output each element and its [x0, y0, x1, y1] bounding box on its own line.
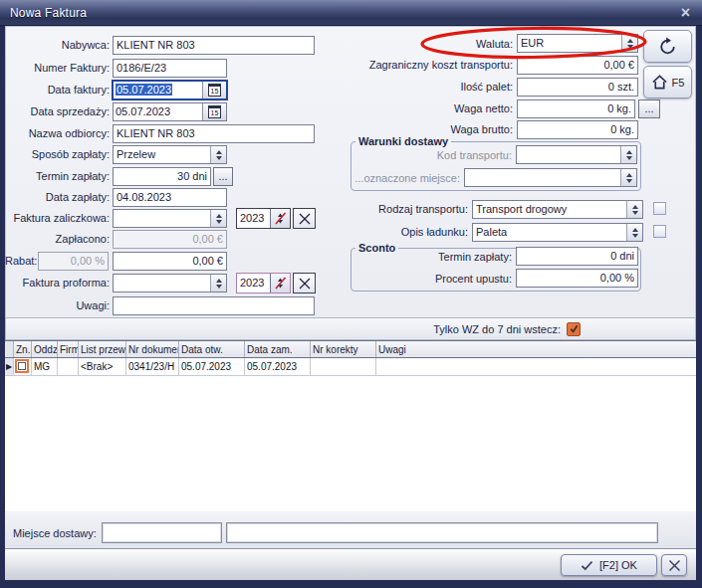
koszt-transportu-label: Zagraniczny koszt transportu:: [339, 56, 513, 75]
rabat-amount-input[interactable]: 0,00 €: [113, 252, 227, 271]
rodzaj-transportu-select[interactable]: Transport drogowy: [472, 200, 643, 219]
data-faktury-label: Data faktury:: [5, 81, 110, 99]
data-sprzedazy-label: Data sprzedaży:: [5, 102, 110, 121]
cancel-button[interactable]: [661, 554, 687, 576]
refresh-button[interactable]: [643, 30, 692, 63]
window-title: Nowa Faktura: [10, 6, 87, 20]
nazwa-odbiorcy-label: Nazwa odbiorcy:: [5, 124, 110, 143]
spinner-icon[interactable]: [626, 201, 642, 218]
year-arrows-icon[interactable]: [270, 274, 290, 293]
calendar-button[interactable]: 15: [202, 82, 226, 98]
col-list-przew[interactable]: List przew.: [79, 341, 126, 357]
miejsce-dostawy-address-input[interactable]: [226, 522, 658, 543]
cell-data-zam: 05.07.2023: [245, 358, 311, 375]
faktura-proforma-select[interactable]: [113, 274, 227, 293]
faktura-zaliczkowa-select[interactable]: [113, 209, 227, 228]
data-faktury-input[interactable]: 05.07.2023 15: [112, 80, 228, 100]
row-zn-checkbox[interactable]: [15, 359, 29, 373]
col-firma[interactable]: Firma: [58, 341, 79, 357]
ilosc-palet-label: Ilość palet:: [339, 78, 513, 97]
proforma-clear-icon[interactable]: [293, 273, 316, 294]
oznaczone-miejsce-select[interactable]: [464, 168, 637, 187]
miejsce-dostawy-code-input[interactable]: [102, 522, 222, 543]
termin-zaplaty-label: Termin zapłaty:: [5, 167, 110, 186]
kod-transportu-select[interactable]: [516, 145, 637, 164]
cell-list-przew: <Brak>: [79, 358, 126, 375]
data-sprzedazy-value: 05.07.2023: [114, 103, 202, 120]
opis-ladunku-label: Opis ładunku:: [354, 223, 468, 242]
calendar-icon: 15: [208, 84, 221, 97]
marker-column-header: [5, 341, 14, 357]
termin-more-button[interactable]: ...: [213, 167, 233, 186]
col-data-zam[interactable]: Data zam.: [245, 341, 311, 357]
nabywca-input[interactable]: KLIENT NR 803: [113, 36, 315, 55]
f5-label: F5: [672, 77, 685, 89]
rabat-percent-input: 0,00 %: [38, 252, 109, 271]
wz-filter-checkbox[interactable]: [567, 322, 581, 336]
footer-panel: Miejsce dostawy:: [5, 510, 696, 548]
home-f5-button[interactable]: F5: [643, 66, 692, 98]
col-zn[interactable]: Zn.: [14, 341, 32, 357]
data-zaplaty-input[interactable]: 04.08.2023: [113, 188, 227, 207]
row-marker-icon: ▶: [5, 358, 14, 375]
spinner-icon[interactable]: [210, 146, 226, 163]
waga-netto-input[interactable]: 0 kg.: [517, 99, 635, 118]
ok-button[interactable]: [F2] OK: [561, 554, 657, 576]
col-data-otw[interactable]: Data otw.: [179, 341, 245, 357]
calendar-button[interactable]: 15: [202, 103, 226, 120]
opis-ladunku-checkbox[interactable]: [653, 225, 666, 238]
uwagi-input[interactable]: [113, 296, 315, 315]
miejsce-dostawy-label: Miejsce dostawy:: [13, 524, 101, 543]
close-icon: [668, 559, 681, 572]
waga-netto-label: Waga netto:: [339, 99, 513, 118]
proforma-year-input[interactable]: 2023: [236, 273, 291, 294]
cell-data-otw: 05.07.2023: [179, 358, 245, 375]
procent-upustu-label: Procent upustu:: [378, 270, 512, 289]
sposob-zaplaty-select[interactable]: Przelew: [113, 145, 227, 164]
wz-filter-label: Tylko WZ do 7 dni wstecz:: [433, 323, 561, 335]
check-icon: [581, 560, 593, 571]
col-nr-korekty[interactable]: Nr korekty: [311, 341, 376, 357]
kod-transportu-label: Kod transportu:: [378, 146, 512, 165]
spinner-icon[interactable]: [626, 224, 642, 241]
wz-table: Zn. Oddz. Firma List przew. Nr dokumentu…: [5, 340, 696, 510]
sconto-termin-input[interactable]: 0 dni: [516, 247, 638, 266]
rodzaj-transportu-checkbox[interactable]: [653, 202, 666, 215]
uwagi-label: Uwagi:: [5, 296, 110, 315]
nazwa-odbiorcy-input[interactable]: KLIENT NR 803: [113, 124, 315, 143]
ilosc-palet-input[interactable]: 0 szt.: [517, 78, 638, 97]
col-oddz[interactable]: Oddz.: [32, 341, 58, 357]
selected-date-text: 05.07.2023: [116, 84, 172, 96]
table-row[interactable]: ▶ MG <Brak> 0341/23/H 05.07.2023 05.07.2…: [5, 358, 696, 376]
close-icon[interactable]: ×: [681, 3, 690, 23]
spinner-icon[interactable]: [620, 146, 636, 163]
col-nr-dokumentu[interactable]: Nr dokumentu: [126, 341, 179, 357]
nowa-faktura-dialog: Nowa Faktura × Nabywca: KLIENT NR 803 Nu…: [0, 0, 702, 588]
waluta-select[interactable]: EUR: [517, 34, 638, 53]
zaplacono-input: 0,00 €: [113, 230, 227, 249]
cell-nr-dokumentu: 0341/23/H: [126, 358, 179, 375]
koszt-transportu-input[interactable]: 0,00 €: [517, 56, 638, 75]
zaliczkowa-clear-icon[interactable]: [293, 208, 316, 229]
year-arrows-icon[interactable]: [270, 209, 290, 228]
calendar-icon: 15: [208, 105, 221, 118]
spinner-icon[interactable]: [210, 210, 226, 227]
procent-upustu-input[interactable]: 0,00 %: [516, 269, 638, 288]
col-uwagi[interactable]: Uwagi: [376, 341, 696, 357]
spinner-icon[interactable]: [621, 35, 637, 52]
spinner-icon[interactable]: [210, 275, 226, 292]
wz-table-header: Zn. Oddz. Firma List przew. Nr dokumentu…: [5, 341, 696, 358]
rodzaj-transportu-label: Rodzaj transportu:: [354, 200, 468, 219]
data-sprzedazy-input[interactable]: 05.07.2023 15: [113, 102, 227, 121]
wz-filter-bar: Tylko WZ do 7 dni wstecz:: [5, 317, 696, 340]
cell-nr-korekty: [311, 358, 376, 375]
opis-ladunku-select[interactable]: Paleta: [472, 223, 643, 242]
numer-faktury-input[interactable]: 0186/E/23: [113, 59, 227, 78]
spinner-icon[interactable]: [620, 169, 636, 186]
waga-netto-more-button[interactable]: ...: [638, 99, 660, 118]
titlebar: Nowa Faktura ×: [0, 0, 702, 26]
check-icon: [569, 323, 580, 334]
zaliczkowa-year-input[interactable]: 2023: [236, 208, 291, 229]
termin-zaplaty-input[interactable]: 30 dni: [113, 167, 211, 186]
bottom-button-bar: [F2] OK: [5, 548, 696, 580]
